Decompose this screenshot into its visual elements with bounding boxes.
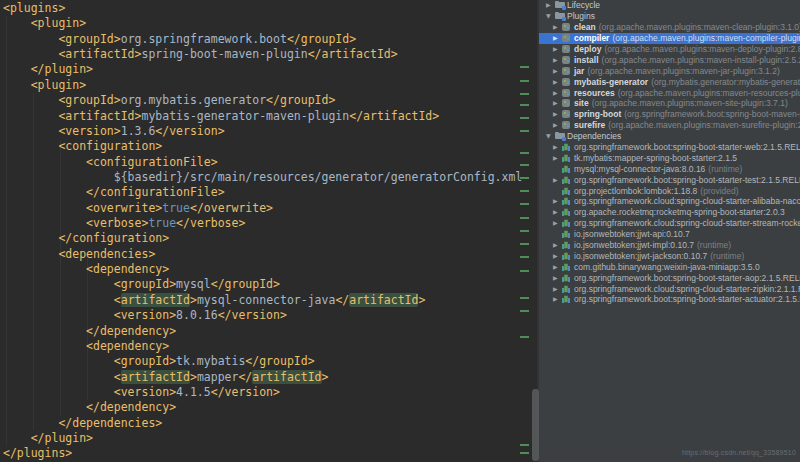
vcs-change-tick[interactable] <box>520 270 529 272</box>
chevron-right-icon[interactable]: ▶ <box>553 90 562 96</box>
code-line[interactable]: <plugins> <box>3 1 522 16</box>
code-line[interactable]: <groupId>org.springframework.boot</group… <box>3 32 522 47</box>
maven-plugin-install[interactable]: ▶install(org.apache.maven.plugins:maven-… <box>539 54 800 65</box>
code-line[interactable]: <verbose>true</verbose> <box>3 216 522 231</box>
tree-section-plugins[interactable]: ▼Plugins <box>539 11 800 22</box>
maven-dependency-item[interactable]: ▶org.springframework.cloud:spring-cloud-… <box>539 283 800 294</box>
vcs-change-tick[interactable] <box>520 93 529 95</box>
vcs-change-tick[interactable] <box>520 243 529 245</box>
code-line[interactable]: </plugin> <box>3 62 522 77</box>
maven-plugin-jar[interactable]: ▶jar(org.apache.maven.plugins:maven-jar-… <box>539 65 800 76</box>
maven-plugin-site[interactable]: ▶site(org.apache.maven.plugins:maven-sit… <box>539 98 800 109</box>
maven-dependency-item[interactable]: ▶com.github.binarywang:weixin-java-minia… <box>539 261 800 272</box>
chevron-right-icon[interactable]: ▶ <box>553 24 562 30</box>
chevron-right-icon[interactable]: ▶ <box>553 253 562 259</box>
code-line[interactable]: </plugins> <box>3 446 522 461</box>
code-line[interactable]: <dependency> <box>3 339 522 354</box>
maven-dependency-item[interactable]: ▶tk.mybatis:mapper-spring-boot-starter:2… <box>539 152 800 163</box>
code-line[interactable]: <groupId>tk.mybatis</groupId> <box>3 354 522 369</box>
vcs-change-tick[interactable] <box>520 336 529 338</box>
code-line[interactable]: <plugin> <box>3 16 522 31</box>
maven-plugin-resources[interactable]: ▶resources(org.apache.maven.plugins:mave… <box>539 87 800 98</box>
chevron-down-icon[interactable]: ▼ <box>546 133 555 139</box>
vcs-change-tick[interactable] <box>520 130 529 132</box>
vcs-change-tick[interactable] <box>520 104 529 106</box>
vcs-change-tick[interactable] <box>520 164 529 166</box>
chevron-right-icon[interactable]: ▶ <box>553 209 562 215</box>
chevron-right-icon[interactable]: ▶ <box>553 198 562 204</box>
vcs-change-tick[interactable] <box>520 310 529 312</box>
chevron-right-icon[interactable]: ▶ <box>553 155 562 161</box>
chevron-right-icon[interactable]: ▶ <box>553 220 562 226</box>
vcs-change-tick[interactable] <box>520 452 529 454</box>
code-line[interactable]: </configuration> <box>3 231 522 246</box>
maven-dependency-item[interactable]: ▶org.springframework.boot:spring-boot-st… <box>539 174 800 185</box>
code-line[interactable]: <artifactId>mapper</artifactId> <box>3 370 522 385</box>
maven-dependency-item[interactable]: mysql:mysql-connector-java:8.0.16(runtim… <box>539 163 800 174</box>
chevron-right-icon[interactable]: ▶ <box>553 275 562 281</box>
chevron-right-icon[interactable]: ▶ <box>553 46 562 52</box>
code-line[interactable]: <dependency> <box>3 262 522 277</box>
chevron-down-icon[interactable]: ▼ <box>546 13 555 19</box>
chevron-right-icon[interactable]: ▶ <box>553 286 562 292</box>
maven-plugin-surefire[interactable]: ▶surefire(org.apache.maven.plugins:maven… <box>539 120 800 131</box>
vcs-change-tick[interactable] <box>520 256 529 258</box>
code-line[interactable]: ${basedir}/src/main/resources/generator/… <box>3 170 522 185</box>
maven-dependency-item[interactable]: ▶org.apache.rocketmq:rocketmq-spring-boo… <box>539 207 800 218</box>
code-line[interactable]: <artifactId>mysql-connector-java</artifa… <box>3 293 522 308</box>
vcs-change-tick[interactable] <box>520 444 529 446</box>
tree-section-dependencies[interactable]: ▼Dependencies <box>539 131 800 142</box>
maven-dependency-item[interactable]: ▶org.springframework.boot:spring-boot-st… <box>539 294 800 305</box>
chevron-right-icon[interactable]: ▶ <box>553 242 562 248</box>
maven-dependency-item[interactable]: org.projectlombok:lombok:1.18.8(provided… <box>539 185 800 196</box>
chevron-right-icon[interactable]: ▶ <box>546 2 555 8</box>
chevron-right-icon[interactable]: ▶ <box>553 296 562 302</box>
maven-plugin-mybatis-generator[interactable]: ▶mybatis-generator(org.mybatis.generator… <box>539 76 800 87</box>
vcs-change-tick[interactable] <box>520 117 529 119</box>
code-line[interactable]: </plugin> <box>3 431 522 446</box>
maven-plugin-spring-boot[interactable]: ▶spring-boot(org.springframework.boot:sp… <box>539 109 800 120</box>
chevron-right-icon[interactable]: ▶ <box>553 79 562 85</box>
code-line[interactable]: <overwrite>true</overwrite> <box>3 201 522 216</box>
maven-dependency-item[interactable]: io.jsonwebtoken:jjwt-api:0.10.7 <box>539 229 800 240</box>
code-line[interactable]: <version>4.1.5</version> <box>3 385 522 400</box>
chevron-right-icon[interactable]: ▶ <box>553 68 562 74</box>
code-line[interactable]: </dependency> <box>3 400 522 415</box>
code-line[interactable]: </dependencies> <box>3 416 522 431</box>
vcs-change-tick[interactable] <box>520 66 529 68</box>
maven-dependency-item[interactable]: ▶org.springframework.boot:spring-boot-st… <box>539 272 800 283</box>
maven-dependency-item[interactable]: ▶io.jsonwebtoken:jjwt-impl:0.10.7(runtim… <box>539 240 800 251</box>
tree-section-lifecycle[interactable]: ▶Lifecycle <box>539 0 800 11</box>
maven-dependency-item[interactable]: ▶org.springframework.cloud:spring-cloud-… <box>539 218 800 229</box>
code-line[interactable]: <artifactId>spring-boot-maven-plugin</ar… <box>3 47 522 62</box>
chevron-right-icon[interactable]: ▶ <box>553 144 562 150</box>
vcs-change-tick[interactable] <box>520 177 529 179</box>
maven-dependency-item[interactable]: ▶org.springframework.boot:spring-boot-st… <box>539 142 800 153</box>
code-line[interactable]: <groupId>mysql</groupId> <box>3 277 522 292</box>
chevron-right-icon[interactable]: ▶ <box>553 122 562 128</box>
vcs-change-tick[interactable] <box>520 152 529 154</box>
chevron-right-icon[interactable]: ▶ <box>553 111 562 117</box>
maven-plugin-compiler[interactable]: ▶compiler(org.apache.maven.plugins:maven… <box>539 33 800 44</box>
code-line[interactable]: <version>8.0.16</version> <box>3 308 522 323</box>
maven-dependency-item[interactable]: ▶org.springframework.cloud:spring-cloud-… <box>539 196 800 207</box>
vcs-change-tick[interactable] <box>520 297 529 299</box>
code-line[interactable]: </configurationFile> <box>3 185 522 200</box>
vcs-change-tick[interactable] <box>520 217 529 219</box>
vcs-change-tick[interactable] <box>520 190 529 192</box>
maven-tool-window[interactable]: ▶Lifecycle▼Plugins▶clean(org.apache.mave… <box>537 0 800 462</box>
chevron-right-icon[interactable]: ▶ <box>553 35 562 41</box>
editor-scrollbar-thumb[interactable] <box>532 389 539 461</box>
vcs-change-tick[interactable] <box>520 203 529 205</box>
chevron-right-icon[interactable]: ▶ <box>553 177 562 183</box>
code-line[interactable]: </dependency> <box>3 324 522 339</box>
vcs-change-tick[interactable] <box>520 80 529 82</box>
chevron-right-icon[interactable]: ▶ <box>553 100 562 106</box>
code-area[interactable]: <plugins> <plugin> <groupId>org.springfr… <box>3 1 522 462</box>
maven-dependency-item[interactable]: ▶io.jsonwebtoken:jjwt-jackson:0.10.7(run… <box>539 250 800 261</box>
code-line[interactable]: <configuration> <box>3 139 522 154</box>
code-line[interactable]: <configurationFile> <box>3 155 522 170</box>
vcs-change-tick[interactable] <box>520 230 529 232</box>
code-line[interactable]: <dependencies> <box>3 247 522 262</box>
maven-plugin-deploy[interactable]: ▶deploy(org.apache.maven.plugins:maven-d… <box>539 44 800 55</box>
